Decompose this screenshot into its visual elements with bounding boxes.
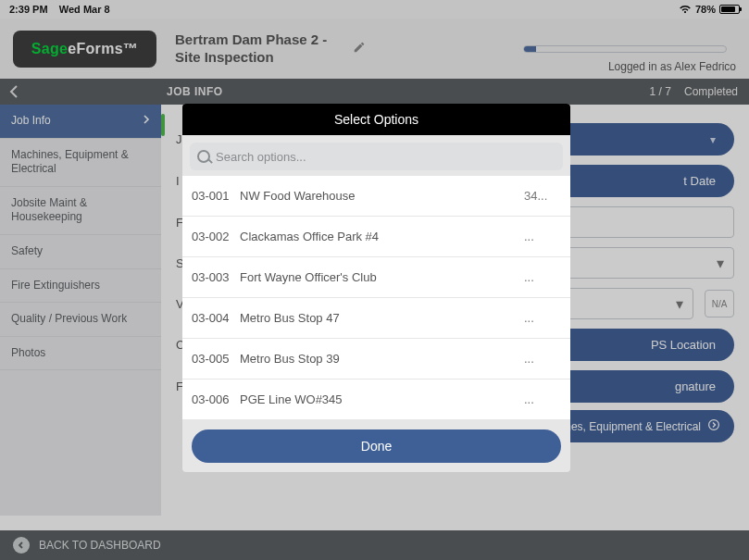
- search-icon: [197, 150, 210, 163]
- option-row[interactable]: 03-004 Metro Bus Stop 47 ...: [182, 298, 570, 339]
- option-code: 03-001: [182, 189, 240, 203]
- options-list[interactable]: 03-001 NW Food Warehouse 34... 03-002 Cl…: [182, 176, 570, 420]
- select-options-modal: Select Options Search options... 03-001 …: [182, 104, 570, 472]
- option-row[interactable]: 03-001 NW Food Warehouse 34...: [182, 176, 570, 217]
- option-extra: ...: [524, 311, 570, 325]
- option-extra: ...: [524, 230, 570, 243]
- modal-title: Select Options: [182, 104, 570, 135]
- button-label: Done: [361, 439, 392, 454]
- option-row[interactable]: 03-002 Clackamas Office Park #4 ...: [182, 217, 570, 257]
- option-name: Metro Bus Stop 47: [240, 311, 524, 325]
- option-row[interactable]: 03-005 Metro Bus Stop 39 ...: [182, 339, 570, 380]
- option-name: Clackamas Office Park #4: [240, 230, 524, 243]
- option-name: Fort Wayne Officer's Club: [240, 270, 524, 284]
- option-code: 03-006: [182, 392, 240, 406]
- option-extra: ...: [524, 352, 570, 366]
- done-button[interactable]: Done: [192, 429, 561, 463]
- option-row[interactable]: 03-003 Fort Wayne Officer's Club ...: [182, 257, 570, 298]
- option-name: NW Food Warehouse: [240, 189, 524, 203]
- option-name: Metro Bus Stop 39: [240, 352, 524, 366]
- option-extra: ...: [524, 392, 570, 406]
- option-code: 03-004: [182, 311, 240, 325]
- option-row[interactable]: 03-006 PGE Line WO#345 ...: [182, 380, 570, 420]
- option-name: PGE Line WO#345: [240, 392, 524, 406]
- option-code: 03-003: [182, 270, 240, 284]
- search-placeholder: Search options...: [216, 150, 306, 164]
- option-extra: 34...: [524, 189, 570, 203]
- search-input[interactable]: Search options...: [190, 143, 563, 170]
- option-extra: ...: [524, 270, 570, 284]
- option-code: 03-002: [182, 230, 240, 243]
- option-code: 03-005: [182, 352, 240, 366]
